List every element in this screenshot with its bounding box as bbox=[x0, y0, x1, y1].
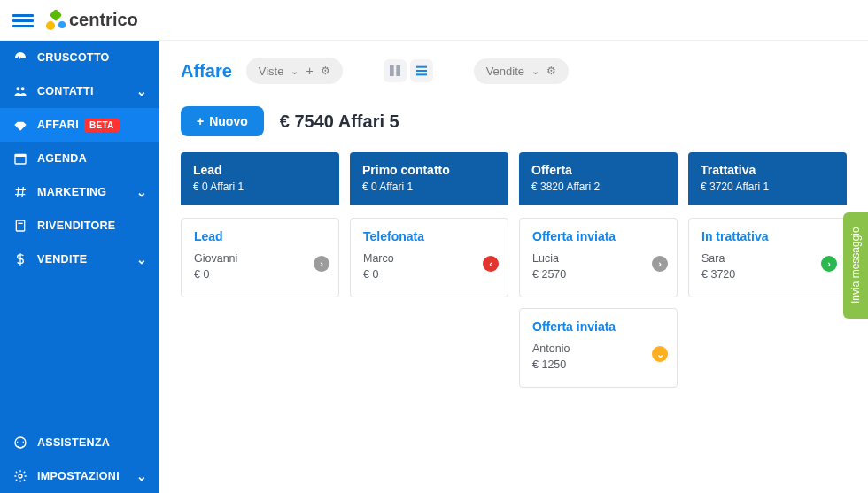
svg-rect-4 bbox=[16, 220, 24, 231]
deal-card[interactable]: TelefonataMarco€ 0‹ bbox=[350, 218, 508, 297]
views-chip[interactable]: Viste ⌄ + ⚙ bbox=[246, 58, 343, 84]
hash-icon bbox=[12, 185, 28, 199]
reseller-icon bbox=[12, 219, 28, 233]
svg-point-6 bbox=[15, 437, 26, 448]
card-person: Antonio bbox=[532, 343, 664, 355]
main-content: Affare Viste ⌄ + ⚙ Vendite ⌄ ⚙ bbox=[159, 41, 868, 493]
column-name: Trattativa bbox=[701, 163, 834, 177]
kanban-column: Offerta€ 3820 Affari 2Offerta inviataLuc… bbox=[519, 152, 678, 398]
sidebar-item-label: MARKETING bbox=[37, 186, 106, 198]
column-name: Lead bbox=[193, 163, 327, 177]
gear-icon: ⚙ bbox=[321, 65, 330, 77]
column-name: Primo contatto bbox=[362, 163, 496, 177]
sidebar-item-impostazioni[interactable]: IMPOSTAZIONI⌄ bbox=[0, 459, 159, 493]
card-title: Offerta inviata bbox=[532, 320, 664, 334]
sidebar-item-label: CRUSCOTTO bbox=[37, 51, 110, 64]
gear-icon bbox=[12, 469, 28, 483]
card-title: Offerta inviata bbox=[532, 229, 664, 243]
column-header: Lead€ 0 Affari 1 bbox=[181, 152, 339, 205]
menu-toggle[interactable] bbox=[12, 12, 34, 29]
deal-card[interactable]: Offerta inviataLucia€ 2570› bbox=[519, 218, 678, 297]
column-header: Primo contatto€ 0 Affari 1 bbox=[350, 152, 508, 205]
sidebar-item-label: AFFARI bbox=[37, 119, 79, 131]
sidebar-item-affari[interactable]: AFFARIBETA bbox=[0, 108, 159, 142]
chevron-down-icon: ⌄ bbox=[291, 65, 298, 77]
svg-point-0 bbox=[16, 87, 19, 90]
view-toggle bbox=[376, 55, 440, 87]
kanban-column: Primo contatto€ 0 Affari 1TelefonataMarc… bbox=[350, 152, 508, 398]
action-row: + Nuovo € 7540 Affari 5 bbox=[181, 106, 847, 136]
svg-rect-11 bbox=[416, 70, 427, 72]
plus-icon: + bbox=[197, 114, 204, 128]
deal-card[interactable]: Offerta inviataAntonio€ 1250⌄ bbox=[519, 308, 678, 388]
svg-rect-10 bbox=[416, 66, 427, 68]
send-message-tab[interactable]: Invia messaggio bbox=[843, 212, 868, 319]
chevron-down-icon: ⌄ bbox=[136, 84, 147, 98]
column-header: Offerta€ 3820 Affari 2 bbox=[519, 152, 678, 205]
logo: centrico bbox=[46, 10, 138, 30]
sidebar-item-label: RIVENDITORE bbox=[37, 220, 116, 232]
app-header: centrico bbox=[0, 0, 868, 41]
deal-card[interactable]: LeadGiovanni€ 0› bbox=[181, 218, 339, 297]
filter-chip[interactable]: Vendite ⌄ ⚙ bbox=[474, 58, 569, 84]
summary-total: € 7540 Affari 5 bbox=[280, 112, 399, 132]
sidebar-item-label: VENDITE bbox=[37, 253, 87, 266]
sidebar-item-rivenditore[interactable]: RIVENDITORE bbox=[0, 209, 159, 243]
column-subtotal: € 0 Affari 1 bbox=[193, 181, 327, 193]
filter-label: Vendite bbox=[486, 65, 524, 78]
status-indicator: › bbox=[314, 256, 329, 272]
title-row: Affare Viste ⌄ + ⚙ Vendite ⌄ ⚙ bbox=[181, 55, 847, 87]
dashboard-icon bbox=[12, 50, 28, 65]
deal-card[interactable]: In trattativaSara€ 3720› bbox=[688, 218, 847, 297]
column-subtotal: € 3820 Affari 2 bbox=[531, 181, 665, 193]
card-amount: € 2570 bbox=[532, 268, 664, 281]
svg-rect-8 bbox=[390, 65, 394, 76]
sidebar-item-marketing[interactable]: MARKETING⌄ bbox=[0, 175, 159, 209]
card-amount: € 1250 bbox=[532, 358, 664, 371]
card-amount: € 0 bbox=[194, 268, 326, 281]
new-deal-button[interactable]: + Nuovo bbox=[181, 106, 264, 136]
logo-mark bbox=[46, 11, 66, 30]
kanban-board: Lead€ 0 Affari 1LeadGiovanni€ 0›Primo co… bbox=[181, 152, 847, 398]
svg-rect-3 bbox=[15, 154, 26, 157]
chevron-down-icon: ⌄ bbox=[136, 185, 147, 199]
calendar-icon bbox=[12, 151, 28, 166]
column-name: Offerta bbox=[531, 163, 665, 177]
card-person: Lucia bbox=[532, 252, 664, 265]
view-list-button[interactable] bbox=[410, 59, 433, 82]
status-indicator: ‹ bbox=[483, 256, 499, 272]
deals-icon bbox=[12, 118, 28, 132]
gear-icon: ⚙ bbox=[546, 65, 556, 77]
sidebar-item-label: IMPOSTAZIONI bbox=[37, 470, 120, 482]
chevron-down-icon: ⌄ bbox=[531, 65, 539, 77]
card-title: Telefonata bbox=[363, 229, 495, 243]
beta-badge: BETA bbox=[84, 119, 120, 132]
status-indicator: › bbox=[652, 256, 668, 272]
card-title: In trattativa bbox=[701, 229, 833, 243]
sidebar: CRUSCOTTOCONTATTI⌄AFFARIBETAAGENDAMARKET… bbox=[0, 41, 159, 493]
sidebar-item-contatti[interactable]: CONTATTI⌄ bbox=[0, 74, 159, 108]
svg-rect-9 bbox=[396, 65, 400, 76]
dollar-icon bbox=[12, 252, 28, 266]
page-title: Affare bbox=[181, 61, 232, 81]
views-label: Viste bbox=[259, 65, 284, 78]
sidebar-item-label: CONTATTI bbox=[37, 85, 94, 97]
svg-point-7 bbox=[19, 474, 22, 478]
view-kanban-button[interactable] bbox=[384, 59, 407, 82]
sidebar-item-vendite[interactable]: VENDITE⌄ bbox=[0, 243, 159, 276]
sidebar-item-agenda[interactable]: AGENDA bbox=[0, 142, 159, 175]
plus-icon: + bbox=[306, 64, 313, 78]
logo-text: centrico bbox=[69, 10, 138, 30]
sidebar-item-assistenza[interactable]: ASSISTENZA bbox=[0, 426, 159, 459]
svg-rect-12 bbox=[416, 73, 427, 75]
sidebar-item-label: ASSISTENZA bbox=[37, 436, 110, 449]
card-person: Marco bbox=[363, 252, 495, 265]
card-title: Lead bbox=[194, 229, 326, 243]
column-subtotal: € 0 Affari 1 bbox=[362, 181, 496, 193]
card-amount: € 3720 bbox=[701, 268, 833, 281]
sidebar-item-cruscotto[interactable]: CRUSCOTTO bbox=[0, 41, 159, 74]
contacts-icon bbox=[12, 84, 28, 98]
status-indicator: ⌄ bbox=[652, 346, 668, 362]
svg-rect-5 bbox=[18, 223, 22, 224]
sidebar-item-label: AGENDA bbox=[37, 152, 87, 165]
